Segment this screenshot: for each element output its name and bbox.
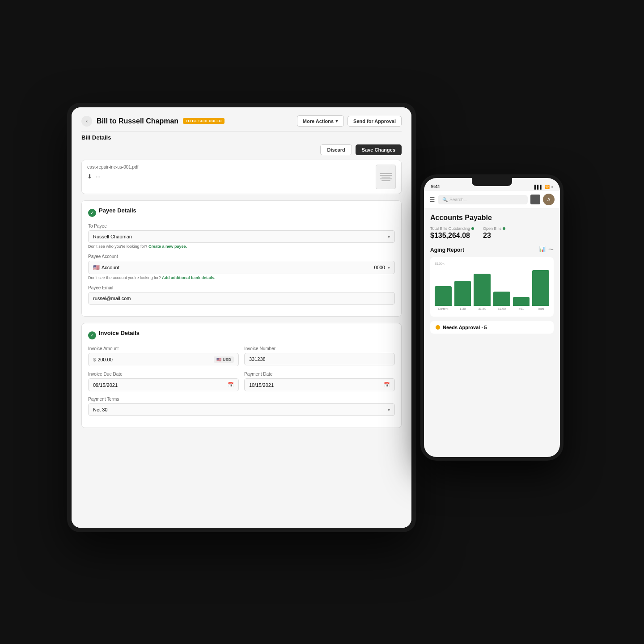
payment-terms-field: Payment Terms Net 30 ▾ bbox=[88, 397, 395, 416]
chart-bar bbox=[513, 297, 530, 306]
invoice-section-title: Invoice Details bbox=[99, 330, 140, 336]
needs-approval-text: Needs Approval · 5 bbox=[443, 325, 487, 330]
aging-chart: $150k Current1-3031-6061-90>91Total bbox=[430, 257, 554, 317]
search-placeholder: Search... bbox=[449, 197, 467, 202]
open-bills-label: Open Bills bbox=[483, 226, 505, 231]
status-badge: TO BE SCHEDULED bbox=[183, 118, 225, 124]
payment-terms-input[interactable]: Net 30 ▾ bbox=[88, 403, 395, 416]
to-payee-hint: Don't see who you're looking for? Create… bbox=[88, 244, 395, 249]
chart-bar bbox=[474, 274, 491, 306]
payee-account-hint: Don't see the account you're looking for… bbox=[88, 275, 395, 280]
calendar-icon: 📅 bbox=[384, 382, 390, 388]
send-approval-button[interactable]: Send for Approval bbox=[347, 116, 402, 127]
chart-y-max: $150k bbox=[435, 262, 549, 266]
phone-square-icon[interactable] bbox=[530, 195, 540, 204]
phone-time: 9:41 bbox=[431, 184, 440, 189]
bill-header: ‹ Bill to Russell Chapman TO BE SCHEDULE… bbox=[81, 115, 402, 131]
payment-date-input[interactable]: 10/15/2021 📅 bbox=[244, 378, 395, 391]
header-actions: More Actions ▾ Send for Approval bbox=[297, 115, 402, 127]
total-bills-label: Total Bills Outstanding bbox=[430, 226, 474, 231]
more-actions-button[interactable]: More Actions ▾ bbox=[297, 115, 344, 127]
line-chart-icon[interactable]: 〜 bbox=[548, 246, 554, 254]
invoice-amount-label: Invoice Amount bbox=[88, 346, 239, 351]
calendar-icon: 📅 bbox=[228, 382, 234, 388]
check-icon: ✓ bbox=[88, 331, 96, 339]
phone-body: Accounts Payable Total Bills Outstanding… bbox=[424, 208, 560, 457]
file-name: east-repair-inc-us-001.pdf bbox=[87, 165, 139, 169]
more-options-icon[interactable]: ··· bbox=[96, 173, 101, 180]
chevron-down-icon: ▾ bbox=[335, 118, 338, 124]
open-bills-stat: Open Bills 23 bbox=[483, 226, 505, 240]
chart-bar bbox=[454, 281, 471, 306]
file-card: east-repair-inc-us-001.pdf ⬇ ··· bbox=[81, 160, 402, 194]
invoice-due-field: Invoice Due Date 09/15/2021 📅 bbox=[88, 372, 239, 391]
bar-chart-container: Current1-3031-6061-90>91Total bbox=[435, 267, 549, 312]
phone-search-bar[interactable]: 🔍 Search... bbox=[438, 195, 528, 204]
flag-icon: 🇺🇸 bbox=[93, 264, 100, 271]
payee-section-title: Payee Details bbox=[99, 207, 136, 214]
wifi-icon: 🛜 bbox=[545, 185, 550, 189]
needs-approval-row[interactable]: Needs Approval · 5 bbox=[430, 321, 554, 334]
invoice-section: ✓ Invoice Details Invoice Amount $ 200.0… bbox=[81, 323, 402, 428]
file-thumbnail bbox=[376, 165, 396, 189]
bill-title: Bill to Russell Chapman bbox=[97, 117, 178, 125]
invoice-amount-field: Invoice Amount $ 200.00 🇺🇸 USD bbox=[88, 346, 239, 366]
payee-section-header: ✓ Payee Details bbox=[88, 207, 395, 218]
payee-account-input[interactable]: 🇺🇸Account 0000 ▾ bbox=[88, 261, 395, 274]
chart-bar-label: 1-30 bbox=[460, 307, 466, 310]
to-payee-input[interactable]: Russell Chapman ▾ bbox=[88, 230, 395, 243]
tablet-content: ‹ Bill to Russell Chapman TO BE SCHEDULE… bbox=[72, 107, 411, 528]
discard-button[interactable]: Discard bbox=[320, 144, 352, 155]
back-button[interactable]: ‹ bbox=[81, 116, 92, 127]
chart-bar bbox=[532, 270, 549, 306]
invoice-top-row: Invoice Amount $ 200.00 🇺🇸 USD bbox=[88, 346, 395, 372]
currency-badge: 🇺🇸 USD bbox=[214, 356, 234, 363]
dollar-sign: $ bbox=[93, 357, 96, 362]
payee-account-field: Payee Account 🇺🇸Account 0000 ▾ Don't see… bbox=[88, 254, 395, 280]
phone-nav-bar: ☰ 🔍 Search... A bbox=[424, 191, 560, 208]
ap-title: Accounts Payable bbox=[430, 214, 554, 222]
info-dot bbox=[503, 227, 505, 230]
search-icon: 🔍 bbox=[442, 197, 448, 202]
invoice-date-row: Invoice Due Date 09/15/2021 📅 Payment Da… bbox=[88, 372, 395, 397]
chevron-down-icon: ▾ bbox=[388, 407, 390, 412]
save-button[interactable]: Save Changes bbox=[356, 144, 402, 155]
phone-device: 9:41 ▌▌▌ 🛜 ▪ ☰ 🔍 Search... A Accoun bbox=[420, 174, 564, 461]
invoice-section-header: ✓ Invoice Details bbox=[88, 330, 395, 341]
chart-bar-label: Current bbox=[438, 307, 448, 310]
aging-title: Aging Report bbox=[430, 247, 464, 253]
invoice-amount-input[interactable]: $ 200.00 🇺🇸 USD bbox=[88, 353, 239, 366]
chart-bar-group: 31-60 bbox=[474, 274, 491, 310]
phone-notch bbox=[472, 178, 512, 186]
check-icon: ✓ bbox=[88, 209, 96, 217]
invoice-number-input[interactable]: 331238 bbox=[244, 353, 395, 365]
hamburger-icon[interactable]: ☰ bbox=[429, 196, 435, 203]
chart-bar-label: 61-90 bbox=[498, 307, 506, 310]
user-avatar[interactable]: A bbox=[543, 194, 555, 205]
chart-bar-group: Total bbox=[532, 270, 549, 310]
create-payee-link[interactable]: Create a new payee. bbox=[148, 244, 187, 249]
payee-account-label: Payee Account bbox=[88, 254, 395, 259]
tablet-device: ‹ Bill to Russell Chapman TO BE SCHEDULE… bbox=[67, 103, 416, 532]
aging-icon-bar: 📊 〜 bbox=[539, 246, 554, 254]
stats-row: Total Bills Outstanding $135,264.08 Open… bbox=[430, 226, 554, 240]
chart-bar-label: >91 bbox=[519, 307, 524, 310]
chart-bar-group: 61-90 bbox=[493, 292, 510, 310]
add-bank-link[interactable]: Add additional bank details. bbox=[162, 275, 216, 280]
payee-email-field: Payee Email russel@mail.com bbox=[88, 285, 395, 305]
payee-email-input[interactable]: russel@mail.com bbox=[88, 292, 395, 305]
payee-email-label: Payee Email bbox=[88, 285, 395, 290]
payee-section: ✓ Payee Details To Payee Russell Chapman… bbox=[81, 200, 402, 317]
bar-chart-icon[interactable]: 📊 bbox=[539, 246, 546, 254]
invoice-number-label: Invoice Number bbox=[244, 346, 395, 351]
chart-bar-group: >91 bbox=[513, 297, 530, 310]
action-bar: Discard Save Changes bbox=[81, 144, 402, 155]
chart-bar-label: 31-60 bbox=[478, 307, 486, 310]
bill-details-title: Bill Details bbox=[81, 134, 402, 141]
aging-header: Aging Report 📊 〜 bbox=[430, 246, 554, 254]
chart-bar bbox=[493, 292, 510, 306]
invoice-due-input[interactable]: 09/15/2021 📅 bbox=[88, 378, 239, 391]
payment-terms-label: Payment Terms bbox=[88, 397, 395, 402]
download-icon[interactable]: ⬇ bbox=[87, 173, 92, 180]
chart-bar-label: Total bbox=[538, 307, 544, 310]
